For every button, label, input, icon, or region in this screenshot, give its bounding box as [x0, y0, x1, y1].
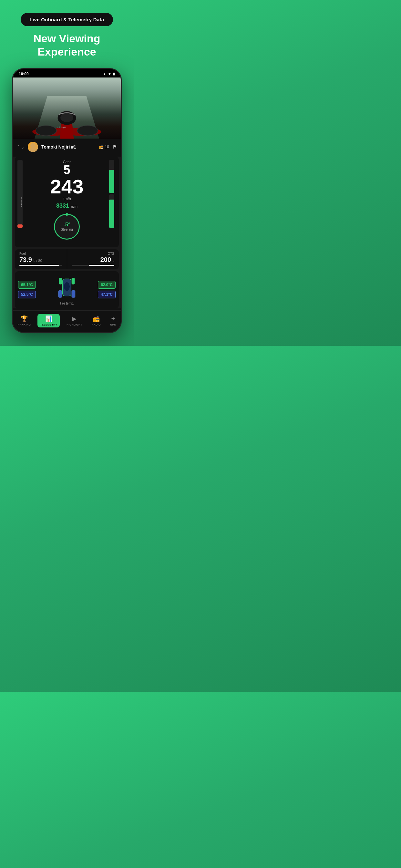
- engine-label: ENGINE: [121, 170, 122, 181]
- radio-nav-icon: 📻: [93, 315, 100, 322]
- tire-section: 65.1°C 52.5°C Tire temp.: [15, 271, 119, 308]
- svg-text:1: 1: [57, 127, 58, 129]
- fuel-label: Fuel: [19, 252, 62, 255]
- svg-rect-13: [58, 290, 62, 297]
- feature-badge: Live Onboard & Telemetry Data: [21, 13, 113, 26]
- tire-center: Tire temp.: [56, 275, 78, 305]
- telemetry-icon: 📊: [45, 315, 52, 322]
- svg-point-3: [77, 126, 98, 135]
- speed-value: 243: [20, 177, 114, 197]
- gps-icon: ✦: [111, 315, 116, 322]
- steering-wheel: -5° Steering: [54, 214, 80, 240]
- highlight-label: HIGHLIGHT: [66, 323, 82, 326]
- tire-label: Tire temp.: [60, 302, 74, 305]
- fuel-value-row: 73.9 L / 80: [19, 256, 62, 264]
- nav-item-gps[interactable]: ✦ GPS: [107, 314, 119, 328]
- driver-bar: ⌃⌄ Tomoki Nojiri #1 📻 10 ⚑: [13, 139, 121, 155]
- status-bar: 10:00 ▲ ▼ ▮: [13, 69, 121, 78]
- ots-value-row: 200 s: [72, 256, 115, 264]
- fuel-max: L / 80: [33, 259, 42, 262]
- steering-dot: [66, 213, 68, 216]
- nav-item-ranking[interactable]: 🏆 RANKING: [15, 314, 34, 328]
- bottom-nav: 🏆 RANKING 📊 TELEMETRY ▶ HIGHLIGHT 📻 RADI…: [13, 310, 121, 332]
- car-diagram: 1 T. Nojiri: [13, 93, 121, 139]
- svg-point-8: [30, 143, 35, 148]
- radio-label: RADIO: [92, 323, 101, 326]
- ots-value: 200: [100, 256, 111, 263]
- ranking-label: RANKING: [18, 323, 31, 326]
- phone-mockup: 10:00 ▲ ▼ ▮ 1 T. Nojiri: [12, 68, 122, 333]
- rpm-value: 8331 rpm: [20, 203, 114, 209]
- onboard-camera: 1 T. Nojiri: [13, 78, 121, 139]
- tire-rr-temp: 47.1°C: [98, 290, 116, 299]
- svg-point-5: [60, 113, 73, 122]
- fuel-value: 73.9: [19, 256, 32, 263]
- tire-fl-temp: 65.1°C: [18, 281, 36, 289]
- ots-bar: [72, 265, 115, 266]
- driver-name: Tomoki Nojiri #1: [41, 144, 96, 150]
- tire-fr-temp: 62.0°C: [98, 281, 116, 289]
- wifi-icon: ▼: [108, 72, 112, 76]
- brake-label: BRAKE: [20, 197, 23, 207]
- fuel-section: Fuel 73.9 L / 80: [15, 249, 67, 269]
- battery-icon: ▮: [113, 72, 115, 76]
- steering-deg: -5°: [64, 222, 70, 228]
- svg-point-9: [30, 148, 36, 152]
- nav-item-highlight[interactable]: ▶ HIGHLIGHT: [64, 314, 85, 328]
- svg-rect-11: [59, 278, 62, 284]
- ots-unit: s: [113, 259, 115, 262]
- ots-section: OTS 200 s: [67, 249, 119, 269]
- engine-bar: [109, 160, 114, 193]
- tire-rl-temp: 52.5°C: [18, 290, 36, 299]
- radio-count: 10: [105, 145, 109, 149]
- speed-unit: km/h: [20, 197, 114, 201]
- driver-avatar: [28, 142, 38, 152]
- driver-radio: 📻 10: [99, 145, 109, 149]
- steering-area: ▲ -5° Steering: [20, 212, 114, 243]
- svg-rect-14: [72, 290, 75, 297]
- nav-item-radio[interactable]: 📻 RADIO: [89, 314, 103, 328]
- steering-label: Steering: [61, 228, 73, 231]
- ots-bar-fill: [89, 265, 115, 266]
- tire-temps-right: 62.0°C 47.1°C: [98, 281, 116, 299]
- tire-car-diagram: [56, 275, 78, 300]
- svg-point-15: [64, 282, 70, 291]
- headline: New Viewing Experience: [6, 32, 127, 58]
- fuel-ots-row: Fuel 73.9 L / 80 OTS 200 s: [15, 249, 119, 269]
- ots-label: OTS: [72, 252, 115, 255]
- radio-icon: 📻: [99, 145, 104, 149]
- gps-label: GPS: [110, 323, 116, 326]
- flag-icon: ⚑: [112, 144, 117, 150]
- telemetry-main: Gear 5 243 km/h 8331 rpm BRAKE ENGINE: [15, 157, 119, 247]
- telemetry-label: TELEMETRY: [40, 323, 57, 326]
- status-time: 10:00: [19, 72, 29, 76]
- nav-item-telemetry[interactable]: 📊 TELEMETRY: [37, 314, 60, 328]
- svg-point-2: [36, 126, 57, 135]
- telemetry-panel: Gear 5 243 km/h 8331 rpm BRAKE ENGINE: [13, 157, 121, 308]
- rpm-unit: rpm: [71, 205, 78, 208]
- signal-icon: ▲: [103, 72, 106, 76]
- driver-select-arrows[interactable]: ⌃⌄: [17, 144, 25, 150]
- gear-value: 5: [20, 164, 114, 176]
- fuel-bar-fill: [19, 265, 59, 266]
- fuel-bar: [19, 265, 62, 266]
- tire-temps-left: 65.1°C 52.5°C: [18, 281, 36, 299]
- svg-rect-12: [72, 278, 74, 284]
- ranking-icon: 🏆: [21, 315, 28, 322]
- status-icons: ▲ ▼ ▮: [103, 72, 115, 76]
- svg-text:T. Nojiri: T. Nojiri: [59, 127, 66, 129]
- engine-fill: [109, 170, 114, 193]
- highlight-icon: ▶: [72, 315, 76, 322]
